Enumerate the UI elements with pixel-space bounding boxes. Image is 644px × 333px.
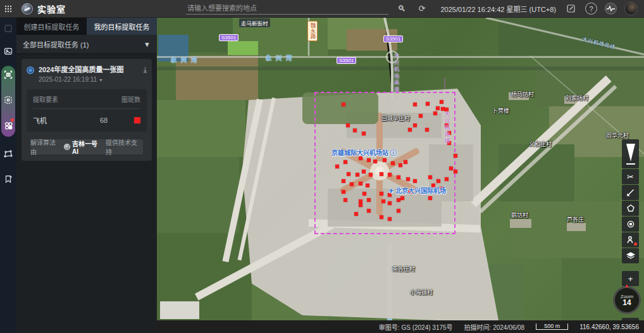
aircraft-detection-box[interactable] (445, 177, 449, 181)
map-label: 魏永路 (307, 21, 318, 41)
aircraft-detection-box[interactable] (366, 184, 369, 187)
apps-grid-icon[interactable] (0, 0, 16, 18)
aircraft-detection-box[interactable] (391, 161, 395, 165)
aircraft-detection-box[interactable] (383, 158, 387, 162)
aircraft-detection-box[interactable] (362, 192, 366, 196)
refresh-icon[interactable]: ⟳ (415, 2, 429, 16)
polygon-draw-icon[interactable] (0, 146, 16, 162)
task-filter-dropdown[interactable]: 全部目标提取任务 (1) ▼ (16, 35, 157, 54)
aircraft-detection-box[interactable] (449, 166, 453, 170)
aircraft-detection-box[interactable] (367, 198, 371, 202)
map-label: 走马新街村 (239, 18, 270, 27)
aircraft-detection-box[interactable] (342, 190, 345, 194)
aircraft-detection-box[interactable] (356, 173, 359, 177)
aircraft-detection-box[interactable] (440, 100, 443, 104)
tab-create-task[interactable]: 创建目标提取任务 (16, 18, 87, 35)
aircraft-detection-box[interactable] (367, 158, 371, 162)
aircraft-detection-box[interactable] (380, 215, 383, 219)
aircraft-detection-box[interactable] (388, 201, 392, 205)
aircraft-detection-box[interactable] (413, 103, 417, 106)
algorithm-credit[interactable]: 解译算法由 吉林一号AI 提供技术支持 (30, 139, 143, 154)
aircraft-detection-box[interactable] (344, 198, 347, 202)
aircraft-detection-box[interactable] (388, 217, 392, 221)
zoom-dial[interactable]: Zoom 14 (613, 286, 641, 314)
aircraft-detection-box[interactable] (399, 163, 402, 167)
aircraft-detection-box[interactable] (335, 165, 339, 168)
gallery-icon[interactable] (0, 43, 16, 60)
column-header-feature: 提取要素 (33, 94, 58, 104)
bookmark-add-icon[interactable] (0, 171, 16, 187)
credit-prefix: 解译算法由 (30, 137, 61, 156)
task-card[interactable]: 2024年度全国高质量一张图 2025-01-22 16:19:11 ▼ ⤓ 提… (22, 59, 152, 161)
aircraft-detection-box[interactable] (397, 175, 400, 179)
aircraft-detection-box[interactable] (433, 111, 437, 115)
aircraft-detection-box[interactable] (369, 173, 373, 177)
layers-icon[interactable] (622, 248, 639, 263)
datetime-display: 2025/01/22 16:24:42 星期三 (UTC+8) (440, 4, 556, 14)
map-label: 小海铺村 (410, 288, 433, 296)
aircraft-detection-box[interactable] (380, 192, 383, 196)
aircraft-detection-box[interactable] (354, 212, 358, 216)
aircraft-detection-box[interactable] (436, 106, 440, 110)
target-extract-icon[interactable] (0, 66, 16, 83)
download-icon[interactable]: ⤓ (144, 65, 147, 83)
aircraft-detection-box[interactable] (425, 128, 429, 132)
tab-my-tasks[interactable]: 我的目标提取任务 (87, 18, 157, 35)
aircraft-detection-box[interactable] (400, 196, 404, 200)
aircraft-detection-box[interactable] (454, 154, 457, 158)
aircraft-detection-box[interactable] (381, 199, 385, 203)
note-icon[interactable] (564, 2, 578, 16)
aircraft-detection-box[interactable] (373, 160, 377, 163)
aircraft-detection-box[interactable] (344, 160, 347, 164)
aircraft-detection-box[interactable] (404, 160, 407, 164)
satellite-map[interactable]: 走马新街村魏永路S3501S3501S3501永兴河永兴河大兴机场北线大兴机场高… (157, 18, 644, 320)
aircraft-detection-box[interactable] (413, 123, 417, 127)
aircraft-detection-box[interactable] (346, 123, 350, 127)
avatar[interactable] (624, 2, 638, 15)
aircraft-detection-box[interactable] (388, 173, 392, 177)
chevron-down-icon: ▼ (144, 41, 151, 48)
aircraft-detection-box[interactable] (454, 170, 457, 173)
aircraft-detection-box[interactable] (428, 175, 432, 179)
aircraft-detection-box[interactable] (397, 209, 400, 213)
search-icon[interactable]: 🔍︎ (395, 2, 409, 16)
activity-icon[interactable] (605, 3, 617, 15)
task-radio[interactable] (27, 66, 34, 74)
help-icon[interactable]: ? (585, 3, 597, 15)
aircraft-detection-box[interactable] (428, 196, 432, 200)
aircraft-detection-box[interactable] (397, 198, 400, 202)
aircraft-detection-box[interactable] (419, 114, 423, 118)
aircraft-detection-box[interactable] (406, 177, 410, 181)
polygon-icon[interactable] (622, 201, 639, 216)
aircraft-detection-box[interactable] (362, 170, 366, 173)
aircraft-detection-box[interactable] (380, 172, 383, 176)
aircraft-detection-box[interactable] (342, 179, 345, 183)
aircraft-detection-box[interactable] (342, 103, 345, 106)
aircraft-detection-box[interactable] (359, 182, 362, 185)
scissors-icon[interactable]: ✂ (622, 169, 639, 184)
area-select-icon[interactable] (0, 92, 16, 108)
share-position-icon[interactable] (622, 232, 639, 248)
locate-icon[interactable] (622, 217, 639, 232)
window-icon[interactable] (0, 20, 16, 37)
aircraft-detection-box[interactable] (362, 132, 366, 135)
aircraft-detection-box[interactable] (350, 182, 354, 186)
aircraft-detection-box[interactable] (426, 102, 430, 106)
aircraft-detection-box[interactable] (367, 209, 371, 213)
table-row[interactable]: 飞机 68 (33, 115, 140, 125)
aircraft-detection-box[interactable] (347, 172, 350, 176)
notification-dot (634, 242, 637, 246)
aircraft-detection-box[interactable] (437, 179, 440, 183)
app-logo[interactable]: 实验室 (22, 3, 66, 15)
chevron-down-icon[interactable]: ▼ (99, 78, 103, 82)
measure-icon[interactable] (622, 185, 639, 200)
detect-icon[interactable] (0, 117, 16, 134)
map-label: 鹅坊村 (511, 211, 528, 219)
aircraft-detection-box[interactable] (353, 129, 357, 132)
search-input[interactable] (186, 3, 388, 15)
aircraft-detection-box[interactable] (359, 203, 362, 207)
map-label: 永兴河 (171, 56, 201, 64)
aircraft-detection-box[interactable] (413, 179, 417, 183)
aircraft-detection-box[interactable] (408, 128, 412, 132)
swipe-compare-icon[interactable] (622, 139, 639, 168)
